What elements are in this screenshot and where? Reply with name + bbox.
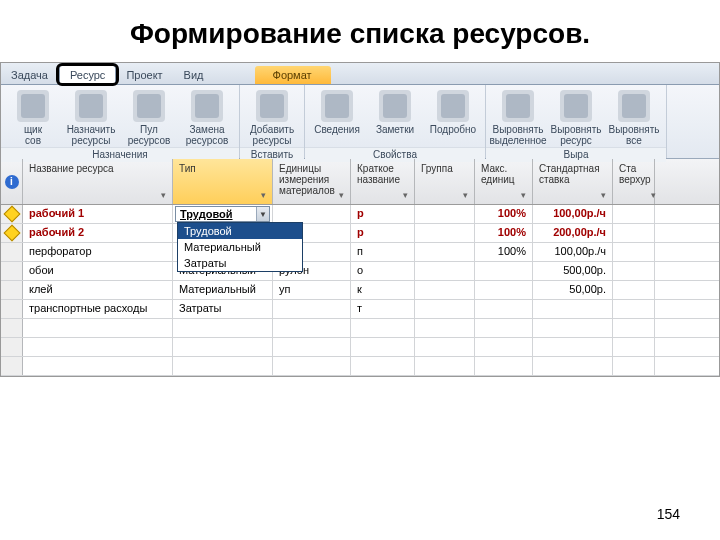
ribbon-btn-lvl-all[interactable]: Выровнять все bbox=[606, 87, 662, 147]
tab-view[interactable]: Вид bbox=[174, 66, 215, 84]
cell-empty[interactable] bbox=[173, 338, 273, 356]
cell-short[interactable]: р bbox=[351, 224, 415, 242]
cell-empty[interactable] bbox=[173, 357, 273, 375]
cell-short[interactable]: о bbox=[351, 262, 415, 280]
cell-over[interactable] bbox=[613, 205, 655, 223]
cell-over[interactable] bbox=[613, 243, 655, 261]
cell-empty[interactable] bbox=[415, 357, 475, 375]
cell-over[interactable] bbox=[613, 262, 655, 280]
cell-name[interactable]: транспортные расходы bbox=[23, 300, 173, 318]
type-dropdown[interactable]: ТрудовойМатериальныйЗатраты bbox=[177, 222, 303, 272]
cell-name[interactable]: рабочий 1 bbox=[23, 205, 173, 223]
cell-unit[interactable]: уп bbox=[273, 281, 351, 299]
cell-name[interactable]: клей bbox=[23, 281, 173, 299]
cell-empty[interactable] bbox=[533, 319, 613, 337]
cell-group[interactable] bbox=[415, 262, 475, 280]
cell-type[interactable]: Затраты bbox=[173, 300, 273, 318]
cell-empty[interactable] bbox=[351, 338, 415, 356]
cell-group[interactable] bbox=[415, 281, 475, 299]
cell-empty[interactable] bbox=[273, 338, 351, 356]
cell-empty[interactable] bbox=[613, 319, 655, 337]
cell-group[interactable] bbox=[415, 300, 475, 318]
cell-empty[interactable] bbox=[533, 357, 613, 375]
cell-over[interactable] bbox=[613, 300, 655, 318]
cell-max[interactable]: 100% bbox=[475, 205, 533, 223]
cell-empty[interactable] bbox=[475, 357, 533, 375]
cell-empty[interactable] bbox=[23, 357, 173, 375]
cell-group[interactable] bbox=[415, 243, 475, 261]
ribbon-btn-pool[interactable]: Пул ресурсов bbox=[121, 87, 177, 147]
col-name[interactable]: Название ресурса▾ bbox=[23, 159, 173, 204]
cell-empty[interactable] bbox=[533, 338, 613, 356]
cell-empty[interactable] bbox=[273, 319, 351, 337]
cell-rate[interactable]: 100,00р./ч bbox=[533, 205, 613, 223]
col-unit[interactable]: Единицы измерения материалов▾ bbox=[273, 159, 351, 204]
cell-rate[interactable]: 200,00р./ч bbox=[533, 224, 613, 242]
cell-max[interactable] bbox=[475, 262, 533, 280]
cell-unit[interactable] bbox=[273, 300, 351, 318]
col-type[interactable]: Тип▾ bbox=[173, 159, 273, 204]
cell-max[interactable] bbox=[475, 281, 533, 299]
cell-short[interactable]: т bbox=[351, 300, 415, 318]
cell-rate[interactable]: 500,00р. bbox=[533, 262, 613, 280]
cell-group[interactable] bbox=[415, 205, 475, 223]
cell-over[interactable] bbox=[613, 224, 655, 242]
tab-task[interactable]: Задача bbox=[1, 66, 59, 84]
cell-short[interactable]: р bbox=[351, 205, 415, 223]
cell-type[interactable]: Материальный bbox=[173, 281, 273, 299]
cell-type[interactable]: Трудовой▼ bbox=[173, 205, 273, 223]
cell-max[interactable]: 100% bbox=[475, 243, 533, 261]
tab-resource[interactable]: Ресурс bbox=[59, 65, 116, 85]
cell-rate[interactable]: 50,00р. bbox=[533, 281, 613, 299]
col-short[interactable]: Краткое название▾ bbox=[351, 159, 415, 204]
cell-max[interactable]: 100% bbox=[475, 224, 533, 242]
cell-short[interactable]: к bbox=[351, 281, 415, 299]
ribbon-btn-details[interactable]: Подробно bbox=[425, 87, 481, 147]
type-select[interactable]: Трудовой▼ bbox=[175, 206, 270, 222]
cell-empty[interactable] bbox=[351, 319, 415, 337]
cell-empty[interactable] bbox=[415, 319, 475, 337]
col-rate[interactable]: Стандартная ставка▾ bbox=[533, 159, 613, 204]
ribbon-btn-replace[interactable]: Замена ресурсов bbox=[179, 87, 235, 147]
cell-empty[interactable] bbox=[475, 338, 533, 356]
ribbon-btn-assign[interactable]: Назначить ресурсы bbox=[63, 87, 119, 147]
cell-empty[interactable] bbox=[613, 357, 655, 375]
col-over[interactable]: Ста верхур▾ bbox=[613, 159, 655, 204]
cell-name[interactable]: обои bbox=[23, 262, 173, 280]
cell-empty[interactable] bbox=[415, 338, 475, 356]
table-row[interactable]: транспортные расходыЗатратыт bbox=[1, 300, 719, 319]
cell-empty[interactable] bbox=[23, 319, 173, 337]
cell-max[interactable] bbox=[475, 300, 533, 318]
table-row[interactable]: перфораторп100%100,00р./ч bbox=[1, 243, 719, 262]
ribbon-btn-info[interactable]: Сведения bbox=[309, 87, 365, 147]
ribbon-btn-notes[interactable]: Заметки bbox=[367, 87, 423, 147]
ribbon-btn-lvl-res[interactable]: Выровнять ресурс bbox=[548, 87, 604, 147]
cell-empty[interactable] bbox=[475, 319, 533, 337]
cell-name[interactable]: рабочий 2 bbox=[23, 224, 173, 242]
cell-empty[interactable] bbox=[351, 357, 415, 375]
cell-empty[interactable] bbox=[23, 338, 173, 356]
ribbon-btn-planner[interactable]: щик сов bbox=[5, 87, 61, 147]
ribbon-btn-lvl-sel[interactable]: Выровнять выделенное bbox=[490, 87, 546, 147]
table-row-empty[interactable] bbox=[1, 319, 719, 338]
table-row[interactable]: рабочий 2р100%200,00р./ч bbox=[1, 224, 719, 243]
cell-empty[interactable] bbox=[613, 338, 655, 356]
tab-project[interactable]: Проект bbox=[116, 66, 173, 84]
chevron-down-icon[interactable]: ▼ bbox=[256, 207, 269, 221]
ribbon-btn-add[interactable]: Добавить ресурсы bbox=[244, 87, 300, 147]
col-group[interactable]: Группа▾ bbox=[415, 159, 475, 204]
table-row[interactable]: обоиМатериальныйрулоно500,00р. bbox=[1, 262, 719, 281]
cell-over[interactable] bbox=[613, 281, 655, 299]
dropdown-option[interactable]: Трудовой bbox=[178, 223, 302, 239]
cell-group[interactable] bbox=[415, 224, 475, 242]
table-row[interactable]: рабочий 1Трудовой▼р100%100,00р./ч bbox=[1, 205, 719, 224]
cell-empty[interactable] bbox=[173, 319, 273, 337]
table-row-empty[interactable] bbox=[1, 338, 719, 357]
tab-format[interactable]: Формат bbox=[255, 66, 331, 84]
table-row[interactable]: клейМатериальныйупк50,00р. bbox=[1, 281, 719, 300]
cell-empty[interactable] bbox=[273, 357, 351, 375]
dropdown-option[interactable]: Материальный bbox=[178, 239, 302, 255]
cell-rate[interactable] bbox=[533, 300, 613, 318]
dropdown-option[interactable]: Затраты bbox=[178, 255, 302, 271]
cell-unit[interactable] bbox=[273, 205, 351, 223]
